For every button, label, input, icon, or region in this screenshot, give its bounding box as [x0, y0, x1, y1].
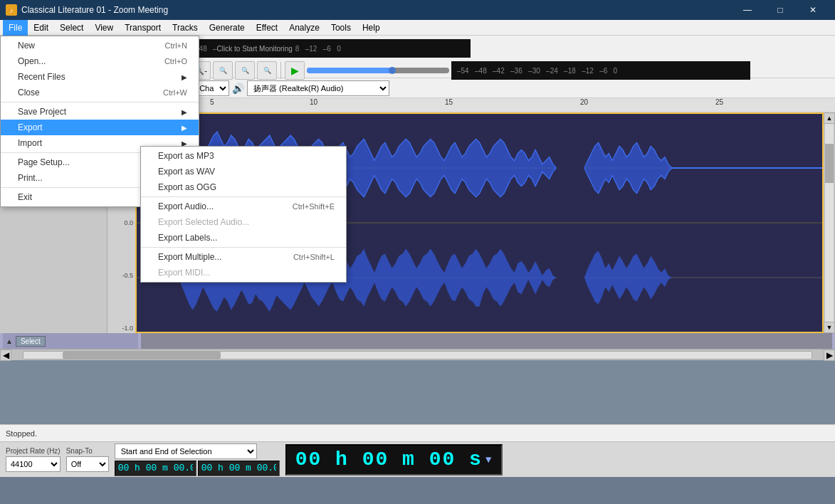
- menu-file[interactable]: File: [3, 20, 28, 36]
- svg-rect-2: [557, 114, 584, 222]
- menu-close[interactable]: Close Ctrl+W: [1, 85, 199, 100]
- selection-mode-select[interactable]: Start and End of Selection: [115, 443, 257, 459]
- status-text: Stopped.: [6, 429, 37, 438]
- snap-to-group: Snap-To Off: [66, 447, 109, 472]
- export-selected-audio: Export Selected Audio...: [141, 214, 346, 230]
- export-multiple[interactable]: Export Multiple... Ctrl+Shift+L: [141, 249, 346, 265]
- menu-export[interactable]: Export ▶: [1, 120, 199, 135]
- menu-view[interactable]: View: [89, 20, 119, 36]
- close-button[interactable]: ✕: [797, 0, 829, 20]
- scroll-thumb[interactable]: [825, 144, 834, 184]
- end-time-input[interactable]: [198, 461, 280, 476]
- menu-open[interactable]: Open... Ctrl+O: [1, 53, 199, 69]
- horizontal-scrollbar[interactable]: ◀ ▶: [0, 349, 835, 360]
- export-ogg[interactable]: Export as OGG: [141, 179, 346, 195]
- menu-recent-files[interactable]: Recent Files ▶: [1, 69, 199, 85]
- start-time-input[interactable]: [115, 461, 196, 476]
- app-icon: ♪: [6, 4, 17, 16]
- title-bar: ♪ Classical Literature 01 - Zoom Meeting…: [0, 0, 835, 20]
- ruler-mark-20: 20: [580, 98, 588, 106]
- window-controls: — □ ✕: [731, 0, 829, 20]
- select-button[interactable]: Select: [16, 336, 46, 347]
- scroll-up-button[interactable]: ▲: [824, 112, 835, 124]
- project-rate-label: Project Rate (Hz): [6, 447, 61, 455]
- status-bar: Stopped.: [0, 424, 835, 441]
- menu-tracks[interactable]: Tracks: [167, 20, 204, 36]
- ruler-mark-25: 25: [715, 98, 723, 106]
- speaker-icon: 🔊: [232, 83, 244, 94]
- snap-to-select[interactable]: Off: [66, 456, 109, 472]
- ruler-mark-10: 10: [310, 98, 317, 106]
- zoom-fit-btn[interactable]: 🔍: [235, 61, 255, 80]
- ruler-mark-5: 5: [210, 98, 214, 106]
- window-title: Classical Literature 01 - Zoom Meeting: [21, 5, 168, 15]
- scroll-track[interactable]: [825, 124, 834, 322]
- vertical-scrollbar[interactable]: ▲ ▼: [824, 112, 835, 333]
- project-rate-group: Project Rate (Hz) 44100: [6, 447, 61, 472]
- menu-select[interactable]: Select: [54, 20, 89, 36]
- menu-tools[interactable]: Tools: [325, 20, 357, 36]
- menu-edit[interactable]: Edit: [28, 20, 54, 36]
- menu-separator-1: [1, 102, 199, 103]
- time-inputs: [115, 461, 280, 476]
- zoom-sel-btn[interactable]: 🔍: [213, 61, 233, 80]
- scrollbar-track[interactable]: [23, 351, 812, 359]
- scale-zero: 0.0: [124, 219, 133, 226]
- svg-rect-5: [557, 224, 584, 332]
- audio-position-stepper[interactable]: ▼: [485, 454, 493, 466]
- scrollbar-thumb[interactable]: [63, 352, 220, 359]
- bottom-controls: Project Rate (Hz) 44100 Snap-To Off Star…: [0, 441, 835, 477]
- menu-effect[interactable]: Effect: [251, 20, 283, 36]
- export-labels[interactable]: Export Labels...: [141, 230, 346, 246]
- scale-bottom: -1.0: [122, 325, 133, 332]
- scroll-left-button[interactable]: ◀: [0, 350, 11, 361]
- menu-generate[interactable]: Generate: [204, 20, 251, 36]
- export-submenu-dropdown: Export as MP3 Export as WAV Export as OG…: [140, 146, 347, 283]
- vu-meter-bottom: –54 –48 –42 –36 –30 –24 –18 –12 –6 0: [457, 67, 617, 75]
- menu-new[interactable]: New Ctrl+N: [1, 38, 199, 53]
- play-btn[interactable]: ▶: [285, 61, 305, 80]
- selection-group: Start and End of Selection: [115, 443, 280, 476]
- export-separator-1: [141, 196, 346, 197]
- scroll-down-button[interactable]: ▼: [824, 322, 835, 333]
- audio-position-text: 00 h 00 m 00 s: [295, 448, 483, 471]
- scroll-right-button[interactable]: ▶: [824, 350, 835, 361]
- snap-to-label: Snap-To: [66, 447, 109, 455]
- vu-start-monitoring[interactable]: Click to Start Monitoring: [217, 45, 293, 53]
- ruler-mark-15: 15: [445, 98, 453, 106]
- title-bar-left: ♪ Classical Literature 01 - Zoom Meeting: [6, 4, 168, 16]
- maximize-button[interactable]: □: [764, 0, 797, 20]
- export-mp3[interactable]: Export as MP3: [141, 148, 346, 164]
- export-separator-2: [141, 247, 346, 248]
- export-wav[interactable]: Export as WAV: [141, 164, 346, 179]
- select-bar-controls: ▲ Select: [3, 333, 138, 349]
- scale-neg-half: -0.5: [122, 272, 133, 279]
- toolbar-separator-5: [280, 62, 281, 79]
- export-midi: Export MIDI...: [141, 265, 346, 280]
- empty-area: [0, 360, 835, 424]
- vu-scale-right: 8 –12 –6 0: [295, 45, 341, 53]
- speaker-select[interactable]: 扬声器 (Realtek(R) Audio): [247, 80, 389, 96]
- project-rate-select[interactable]: 44100: [6, 456, 61, 472]
- menu-bar: File Edit Select View Transport Tracks G…: [0, 20, 835, 36]
- zoom-extra-btn[interactable]: 🔍: [257, 61, 277, 80]
- select-bar: ▲ Select: [0, 333, 835, 349]
- menu-help[interactable]: Help: [357, 20, 386, 36]
- audio-position-display: 00 h 00 m 00 s ▼: [285, 444, 503, 476]
- select-arrow-icon: ▲: [6, 337, 13, 345]
- minimize-button[interactable]: —: [731, 0, 764, 20]
- menu-save-project[interactable]: Save Project ▶: [1, 104, 199, 120]
- menu-analyze[interactable]: Analyze: [283, 20, 325, 36]
- menu-transport[interactable]: Transport: [119, 20, 167, 36]
- export-audio[interactable]: Export Audio... Ctrl+Shift+E: [141, 199, 346, 214]
